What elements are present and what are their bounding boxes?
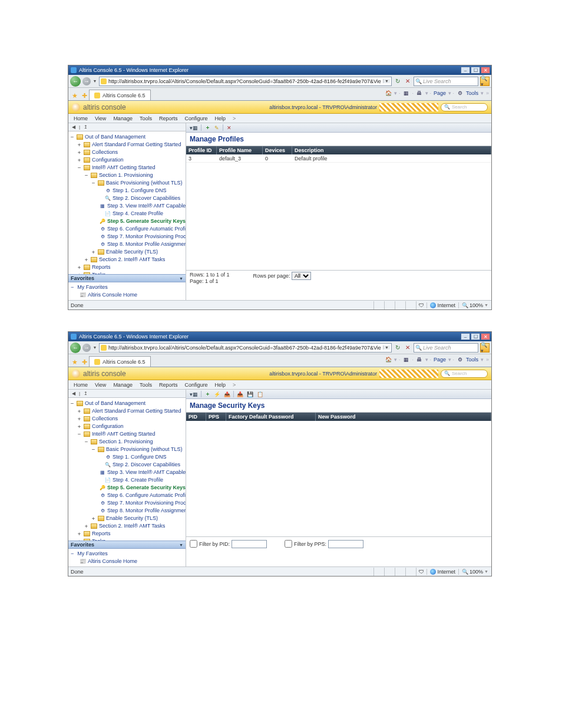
menu-manage[interactable]: Manage (110, 382, 135, 388)
tree-node-step6[interactable]: ⚙Step 6. Configure Automatic Profile Ass… (70, 225, 184, 233)
tree-node-reports[interactable]: +Reports (70, 530, 184, 538)
address-field[interactable]: http://altirisbox.trvpro.local/Altiris/C… (99, 343, 392, 353)
security-zone[interactable]: Internet (427, 569, 459, 575)
forward-button[interactable]: → (82, 344, 91, 352)
tree-node-tls[interactable]: +Enable Security (TLS) (70, 515, 184, 522)
menu-help-arrow-icon[interactable]: > (230, 116, 239, 121)
nav-history-dropdown[interactable]: ▼ (92, 76, 97, 87)
page-menu[interactable]: Page (434, 357, 446, 363)
menu-help[interactable]: Help (211, 382, 229, 388)
address-dropdown[interactable]: ▼ (383, 345, 390, 350)
tree-node-amt[interactable]: −Intel® AMT Getting Started (70, 164, 184, 172)
altiris-search-field[interactable]: 🔍 Search (441, 370, 488, 378)
close-button[interactable]: ✕ (481, 333, 490, 340)
tree-node-step1[interactable]: ⚙Step 1. Configure DNS (70, 453, 184, 461)
menu-view[interactable]: View (92, 116, 109, 121)
stop-button[interactable]: ✕ (404, 77, 412, 85)
col-profile-name[interactable]: Profile Name (217, 146, 263, 154)
nav-history-dropdown[interactable]: ▼ (92, 342, 97, 353)
tree-node-step4[interactable]: 📄Step 4. Create Profile (70, 210, 184, 218)
menu-tools[interactable]: Tools (137, 116, 155, 121)
tree-node-oob[interactable]: −Out of Band Management (70, 133, 184, 141)
menu-help[interactable]: Help (211, 116, 229, 121)
tree-node-asf[interactable]: +Alert Standard Format Getting Started (70, 141, 184, 149)
tree-node-amt[interactable]: −Intel® AMT Getting Started (70, 430, 184, 438)
menu-home[interactable]: Home (71, 382, 91, 388)
tree-node-step3[interactable]: ▦Step 3. View Intel® AMT Capable Compute… (70, 202, 184, 210)
address-dropdown[interactable]: ▼ (383, 79, 390, 83)
tree-node-section2[interactable]: +Section 2. Intel® AMT Tasks (70, 522, 184, 530)
refresh-button[interactable]: ↻ (394, 77, 402, 85)
stop-button[interactable]: ✕ (404, 344, 412, 352)
toolbar-dropdown[interactable]: ▾▦ (189, 391, 199, 398)
tree-node-step8[interactable]: ⚙Step 8. Monitor Profile Assignments (70, 241, 184, 248)
tree-up-button[interactable]: ↥ (82, 124, 89, 130)
tree-node-section2[interactable]: +Section 2. Intel® AMT Tasks (70, 256, 184, 263)
tree-back-button[interactable]: ◀ (70, 124, 77, 130)
menu-reports[interactable]: Reports (156, 382, 181, 388)
close-button[interactable]: ✕ (481, 67, 490, 74)
back-button[interactable]: ← (70, 76, 81, 87)
tree-back-button[interactable]: ◀ (70, 391, 77, 397)
search-go-button[interactable]: 🔍▾ (480, 343, 490, 353)
maximize-button[interactable]: ☐ (471, 333, 480, 340)
tree-node-oob[interactable]: −Out of Band Management (70, 400, 184, 407)
save-button[interactable]: 💾 (246, 391, 254, 398)
tree-node-section1[interactable]: −Section 1. Provisioning (70, 438, 184, 446)
security-zone[interactable]: Internet (427, 302, 459, 308)
zoom-control[interactable]: 🔍 100% ▼ (458, 302, 491, 308)
tree-node-step5[interactable]: 🔑Step 5. Generate Security Keys (70, 218, 184, 225)
rpp-select[interactable]: All (292, 272, 311, 280)
col-devices[interactable]: Devices (263, 146, 292, 154)
col-factory-default-password[interactable]: Factory Default Password (226, 413, 316, 421)
minimize-button[interactable]: – (461, 67, 470, 74)
tree-node-step6[interactable]: ⚙Step 6. Configure Automatic Profile Ass… (70, 492, 184, 499)
tree-up-button[interactable]: ↥ (82, 391, 89, 397)
tree-node-reports[interactable]: +Reports (70, 263, 184, 271)
page-menu[interactable]: Page (434, 90, 446, 96)
tree-node-collections[interactable]: +Collections (70, 415, 184, 423)
tree-node-step4[interactable]: 📄Step 4. Create Profile (70, 476, 184, 484)
col-profile-id[interactable]: Profile ID (186, 146, 217, 154)
favorites-header[interactable]: Favorites ▼ (68, 541, 186, 549)
tree-node-basic-prov[interactable]: −Basic Provisioning (without TLS) (70, 446, 184, 453)
browser-search-field[interactable]: 🔍 Live Search (414, 77, 478, 86)
menu-view[interactable]: View (92, 382, 109, 388)
browser-tab[interactable]: Altiris Console 6.5 (89, 356, 151, 367)
col-pid[interactable]: PID (186, 413, 206, 421)
toolbar-dropdown[interactable]: ▾▦ (189, 124, 199, 131)
tree-node-step1[interactable]: ⚙Step 1. Configure DNS (70, 187, 184, 195)
copy-button[interactable]: 📋 (256, 391, 265, 398)
tree-node-step7[interactable]: ⚙Step 7. Monitor Provisioning Process (70, 499, 184, 507)
menu-reports[interactable]: Reports (156, 116, 181, 121)
menu-manage[interactable]: Manage (110, 116, 135, 121)
filter-pid-input[interactable] (232, 540, 267, 548)
tree-node-step2[interactable]: 🔍Step 2. Discover Capabilities (70, 195, 184, 202)
filter-pid-checkbox[interactable] (190, 540, 197, 548)
menu-configure[interactable]: Configure (181, 382, 210, 388)
maximize-button[interactable]: ☐ (471, 67, 480, 74)
export-button[interactable]: 📤 (223, 391, 232, 398)
forward-button[interactable]: → (82, 77, 91, 85)
add-favorite-icon[interactable]: ✚ (80, 91, 89, 100)
favorites-console-home[interactable]: 📰Altiris Console Home (71, 291, 183, 299)
generate-button[interactable]: ⚡ (213, 391, 222, 398)
tree-node-asf[interactable]: +Alert Standard Format Getting Started (70, 407, 184, 415)
favorites-console-home[interactable]: 📰Altiris Console Home (71, 558, 183, 565)
tree-node-step2[interactable]: 🔍Step 2. Discover Capabilities (70, 461, 184, 469)
col-pps[interactable]: PPS (206, 413, 226, 421)
tree-node-basic-prov[interactable]: −Basic Provisioning (without TLS) (70, 179, 184, 187)
filter-pps-input[interactable] (328, 540, 363, 548)
browser-tab[interactable]: Altiris Console 6.5 (89, 90, 151, 100)
tree-node-step8[interactable]: ⚙Step 8. Monitor Profile Assignments (70, 507, 184, 515)
col-new-password[interactable]: New Password (316, 413, 491, 421)
favorites-header[interactable]: Favorites ▼ (68, 274, 186, 282)
feeds-icon[interactable]: ▦ (402, 356, 409, 363)
minimize-button[interactable]: – (461, 333, 470, 340)
tree-node-collections[interactable]: +Collections (70, 149, 184, 156)
favorites-my[interactable]: −My Favorites (71, 550, 183, 558)
print-icon[interactable]: 🖶 (416, 90, 423, 97)
refresh-button[interactable]: ↻ (394, 344, 402, 352)
zoom-control[interactable]: 🔍 100% ▼ (458, 569, 491, 575)
browser-search-field[interactable]: 🔍 Live Search (414, 343, 478, 353)
